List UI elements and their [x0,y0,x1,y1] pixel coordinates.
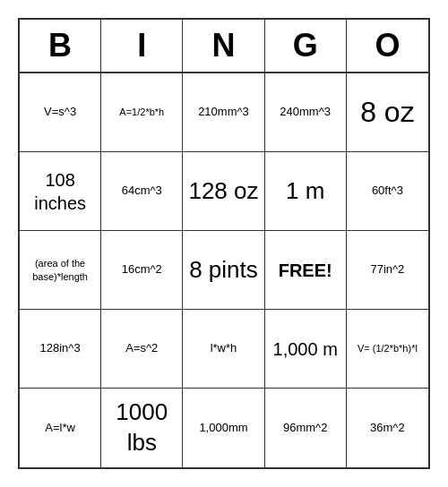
bingo-header: BINGO [20,20,428,73]
header-letter: N [183,20,264,72]
bingo-cell: 210mm^3 [183,73,264,152]
bingo-cell: 77in^2 [347,231,428,310]
bingo-cell: (area of the base)*length [20,231,101,310]
bingo-cell: 128 oz [183,152,264,231]
header-letter: I [101,20,183,72]
header-letter: G [265,20,347,72]
bingo-card: BINGO V=s^3A=1/2*b*h210mm^3240mm^38 oz10… [18,18,430,469]
bingo-cell: 128in^3 [20,310,101,389]
bingo-cell: 240mm^3 [265,73,347,152]
bingo-cell: 96mm^2 [265,389,347,467]
bingo-cell: l*w*h [183,310,264,389]
bingo-cell: V=s^3 [20,73,101,152]
bingo-cell: A=1/2*b*h [101,73,183,152]
bingo-cell: 1,000 m [265,310,347,389]
bingo-cell: 60ft^3 [347,152,428,231]
header-letter: O [347,20,428,72]
bingo-cell: 16cm^2 [101,231,183,310]
bingo-cell: 8 oz [347,73,428,152]
bingo-grid: V=s^3A=1/2*b*h210mm^3240mm^38 oz108 inch… [20,73,428,467]
bingo-cell: 1 m [265,152,347,231]
bingo-cell: 108 inches [20,152,101,231]
bingo-cell: V= (1/2*b*h)*l [347,310,428,389]
bingo-cell: 8 pints [183,231,264,310]
bingo-cell: 1,000mm [183,389,264,467]
bingo-cell: FREE! [265,231,347,310]
bingo-cell: 36m^2 [347,389,428,467]
bingo-cell: 1000 lbs [101,389,183,467]
header-letter: B [20,20,101,72]
bingo-cell: A=s^2 [101,310,183,389]
bingo-cell: A=l*w [20,389,101,467]
bingo-cell: 64cm^3 [101,152,183,231]
